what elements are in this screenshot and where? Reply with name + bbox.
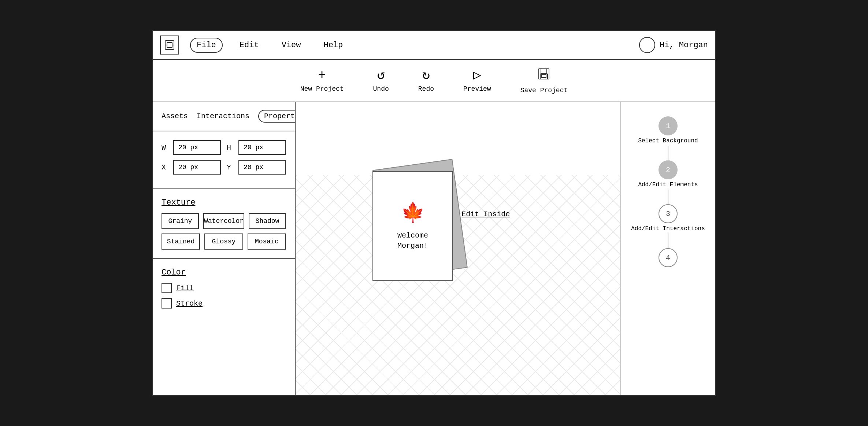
step-3: 3 Add/Edit Interactions (631, 204, 705, 233)
save-project-label: Save Project (520, 87, 568, 94)
stroke-label: Stroke (176, 299, 203, 308)
wh-row: W H (162, 140, 286, 155)
toolbar: + New Project ↺ Undo ↻ Redo ▷ Preview (153, 60, 715, 102)
tab-interactions[interactable]: Interactions (197, 112, 249, 120)
texture-watercolor[interactable]: Watercolor (203, 213, 244, 229)
step-2: 2 Add/Edit Elements (638, 160, 698, 190)
card-front[interactable]: 🍁 WelcomeMorgan! (372, 171, 453, 281)
w-label: W (162, 143, 167, 152)
undo-icon: ↺ (377, 69, 385, 82)
preview-label: Preview (463, 85, 491, 93)
w-input[interactable] (173, 140, 221, 155)
texture-section: Texture Grainy Watercolor Shadow Stained… (153, 189, 295, 259)
steps-panel: 1 Select Background 2 Add/Edit Elements … (620, 102, 715, 395)
card-welcome-text: WelcomeMorgan! (397, 231, 428, 251)
redo-icon: ↻ (422, 69, 430, 82)
new-project-label: New Project (300, 85, 344, 93)
card-container[interactable]: 🍁 WelcomeMorgan! (369, 164, 464, 288)
texture-title: Texture (162, 198, 286, 207)
step-connector-1-2 (668, 146, 668, 160)
y-input[interactable] (238, 160, 286, 175)
h-input[interactable] (238, 140, 286, 155)
preview-icon: ▷ (473, 69, 481, 82)
menu-file[interactable]: File (190, 38, 223, 53)
plus-icon: + (318, 69, 326, 82)
new-project-button[interactable]: + New Project (300, 69, 344, 93)
xy-row: X Y (162, 160, 286, 175)
stroke-swatch[interactable] (162, 298, 172, 309)
step-3-circle[interactable]: 3 (659, 204, 678, 223)
menu-help[interactable]: Help (318, 38, 349, 52)
menu-bar: File Edit View Help Hi, Morgan (153, 31, 715, 60)
texture-mosaic[interactable]: Mosaic (248, 233, 286, 250)
undo-button[interactable]: ↺ Undo (373, 69, 389, 93)
menu-edit[interactable]: Edit (234, 38, 265, 52)
step-3-label: Add/Edit Interactions (631, 225, 705, 232)
canvas-area[interactable]: 🍁 WelcomeMorgan! ← Edit Inside (296, 102, 620, 395)
fill-label: Fill (176, 284, 194, 292)
svg-rect-1 (167, 42, 172, 48)
color-section: Color Fill Stroke (153, 259, 295, 322)
y-label: Y (227, 163, 233, 172)
step-2-circle[interactable]: 2 (659, 160, 678, 179)
left-panel: Assets Interactions Properties W H X Y (153, 102, 296, 395)
save-icon (537, 67, 550, 84)
maple-leaf-icon: 🍁 (401, 201, 425, 225)
step-1-circle[interactable]: 1 (659, 116, 678, 135)
step-connector-3-4 (668, 233, 668, 248)
color-title: Color (162, 268, 286, 277)
save-project-button[interactable]: Save Project (520, 67, 568, 94)
stroke-item: Stroke (162, 298, 286, 309)
x-input[interactable] (173, 160, 221, 175)
svg-rect-5 (541, 69, 547, 73)
avatar (639, 37, 655, 53)
redo-button[interactable]: ↻ Redo (418, 69, 434, 93)
step-2-label: Add/Edit Elements (638, 182, 698, 188)
texture-row-2: Stained Glossy Mosaic (162, 233, 286, 250)
step-1-label: Select Background (638, 138, 698, 144)
main-content: Assets Interactions Properties W H X Y (153, 102, 715, 395)
user-area: Hi, Morgan (639, 37, 708, 53)
texture-grid: Grainy Watercolor Shadow Stained Glossy … (162, 213, 286, 250)
texture-shadow[interactable]: Shadow (249, 213, 286, 229)
preview-button[interactable]: ▷ Preview (463, 69, 491, 93)
edit-inside-label: Edit Inside (461, 210, 510, 218)
undo-label: Undo (373, 85, 389, 93)
app-logo (160, 36, 179, 55)
panel-tabs: Assets Interactions Properties (153, 102, 295, 131)
step-4-circle[interactable]: 4 (659, 248, 678, 267)
texture-glossy[interactable]: Glossy (204, 233, 243, 250)
texture-row-1: Grainy Watercolor Shadow (162, 213, 286, 229)
x-label: X (162, 163, 167, 172)
svg-rect-7 (542, 75, 546, 78)
step-4: 4 (659, 248, 678, 271)
texture-grainy[interactable]: Grainy (162, 213, 199, 229)
dimensions-section: W H X Y (153, 131, 295, 189)
tab-assets[interactable]: Assets (162, 112, 188, 120)
menu-view[interactable]: View (276, 38, 307, 52)
h-label: H (227, 143, 233, 152)
fill-item: Fill (162, 283, 286, 293)
step-1: 1 Select Background (638, 116, 698, 146)
user-name: Hi, Morgan (660, 41, 708, 50)
step-connector-2-3 (668, 190, 668, 204)
fill-swatch[interactable] (162, 283, 172, 293)
edit-inside-button[interactable]: ← Edit Inside (453, 210, 510, 219)
texture-stained[interactable]: Stained (162, 233, 200, 250)
redo-label: Redo (418, 85, 434, 93)
